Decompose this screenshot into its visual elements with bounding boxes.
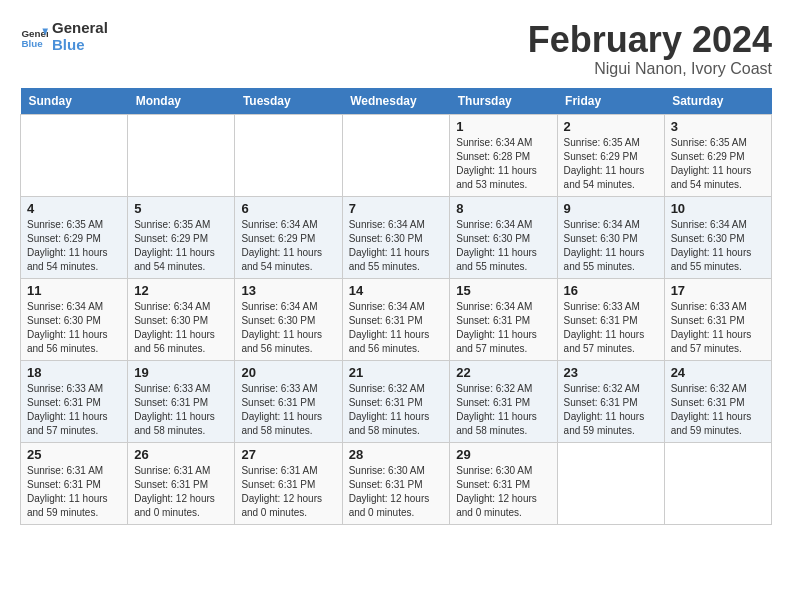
calendar-subtitle: Nigui Nanon, Ivory Coast [528,60,772,78]
calendar-week-row: 4Sunrise: 6:35 AM Sunset: 6:29 PM Daylig… [21,196,772,278]
day-detail: Sunrise: 6:30 AM Sunset: 6:31 PM Dayligh… [349,464,444,520]
day-number: 27 [241,447,335,462]
calendar-cell [664,442,771,524]
day-detail: Sunrise: 6:35 AM Sunset: 6:29 PM Dayligh… [27,218,121,274]
day-detail: Sunrise: 6:35 AM Sunset: 6:29 PM Dayligh… [671,136,765,192]
day-detail: Sunrise: 6:33 AM Sunset: 6:31 PM Dayligh… [564,300,658,356]
day-number: 10 [671,201,765,216]
calendar-cell: 25Sunrise: 6:31 AM Sunset: 6:31 PM Dayli… [21,442,128,524]
calendar-cell: 11Sunrise: 6:34 AM Sunset: 6:30 PM Dayli… [21,278,128,360]
calendar-cell: 17Sunrise: 6:33 AM Sunset: 6:31 PM Dayli… [664,278,771,360]
day-detail: Sunrise: 6:34 AM Sunset: 6:30 PM Dayligh… [456,218,550,274]
day-number: 12 [134,283,228,298]
logo-blue-text: Blue [52,37,108,54]
calendar-cell: 21Sunrise: 6:32 AM Sunset: 6:31 PM Dayli… [342,360,450,442]
day-detail: Sunrise: 6:32 AM Sunset: 6:31 PM Dayligh… [456,382,550,438]
logo-icon: General Blue [20,23,48,51]
day-number: 28 [349,447,444,462]
day-detail: Sunrise: 6:32 AM Sunset: 6:31 PM Dayligh… [564,382,658,438]
calendar-cell [557,442,664,524]
day-detail: Sunrise: 6:34 AM Sunset: 6:30 PM Dayligh… [134,300,228,356]
day-number: 8 [456,201,550,216]
day-detail: Sunrise: 6:34 AM Sunset: 6:30 PM Dayligh… [241,300,335,356]
day-number: 22 [456,365,550,380]
day-detail: Sunrise: 6:34 AM Sunset: 6:31 PM Dayligh… [349,300,444,356]
day-detail: Sunrise: 6:33 AM Sunset: 6:31 PM Dayligh… [241,382,335,438]
day-number: 13 [241,283,335,298]
calendar-cell: 18Sunrise: 6:33 AM Sunset: 6:31 PM Dayli… [21,360,128,442]
day-number: 23 [564,365,658,380]
day-number: 6 [241,201,335,216]
calendar-cell: 12Sunrise: 6:34 AM Sunset: 6:30 PM Dayli… [128,278,235,360]
header: General Blue General Blue February 2024 … [20,20,772,78]
calendar-cell: 28Sunrise: 6:30 AM Sunset: 6:31 PM Dayli… [342,442,450,524]
day-number: 4 [27,201,121,216]
calendar-cell: 7Sunrise: 6:34 AM Sunset: 6:30 PM Daylig… [342,196,450,278]
weekday-header-cell: Sunday [21,88,128,115]
day-number: 21 [349,365,444,380]
calendar-cell [235,114,342,196]
day-detail: Sunrise: 6:33 AM Sunset: 6:31 PM Dayligh… [27,382,121,438]
calendar-cell: 3Sunrise: 6:35 AM Sunset: 6:29 PM Daylig… [664,114,771,196]
weekday-header-cell: Monday [128,88,235,115]
calendar-cell: 27Sunrise: 6:31 AM Sunset: 6:31 PM Dayli… [235,442,342,524]
day-number: 5 [134,201,228,216]
day-number: 15 [456,283,550,298]
calendar-cell: 10Sunrise: 6:34 AM Sunset: 6:30 PM Dayli… [664,196,771,278]
day-detail: Sunrise: 6:31 AM Sunset: 6:31 PM Dayligh… [241,464,335,520]
calendar-cell: 24Sunrise: 6:32 AM Sunset: 6:31 PM Dayli… [664,360,771,442]
calendar-cell: 23Sunrise: 6:32 AM Sunset: 6:31 PM Dayli… [557,360,664,442]
calendar-cell: 9Sunrise: 6:34 AM Sunset: 6:30 PM Daylig… [557,196,664,278]
day-detail: Sunrise: 6:34 AM Sunset: 6:29 PM Dayligh… [241,218,335,274]
calendar-cell: 6Sunrise: 6:34 AM Sunset: 6:29 PM Daylig… [235,196,342,278]
day-detail: Sunrise: 6:30 AM Sunset: 6:31 PM Dayligh… [456,464,550,520]
calendar-cell: 13Sunrise: 6:34 AM Sunset: 6:30 PM Dayli… [235,278,342,360]
calendar-body: 1Sunrise: 6:34 AM Sunset: 6:28 PM Daylig… [21,114,772,524]
svg-text:Blue: Blue [21,37,43,48]
calendar-cell: 5Sunrise: 6:35 AM Sunset: 6:29 PM Daylig… [128,196,235,278]
day-number: 18 [27,365,121,380]
calendar-cell: 15Sunrise: 6:34 AM Sunset: 6:31 PM Dayli… [450,278,557,360]
day-number: 2 [564,119,658,134]
calendar-week-row: 18Sunrise: 6:33 AM Sunset: 6:31 PM Dayli… [21,360,772,442]
day-number: 26 [134,447,228,462]
day-detail: Sunrise: 6:34 AM Sunset: 6:30 PM Dayligh… [27,300,121,356]
logo: General Blue General Blue [20,20,108,53]
day-detail: Sunrise: 6:34 AM Sunset: 6:28 PM Dayligh… [456,136,550,192]
weekday-header-cell: Tuesday [235,88,342,115]
day-number: 1 [456,119,550,134]
calendar-cell: 1Sunrise: 6:34 AM Sunset: 6:28 PM Daylig… [450,114,557,196]
day-number: 16 [564,283,658,298]
calendar-cell [342,114,450,196]
day-number: 24 [671,365,765,380]
calendar-cell [21,114,128,196]
day-detail: Sunrise: 6:35 AM Sunset: 6:29 PM Dayligh… [134,218,228,274]
calendar-week-row: 11Sunrise: 6:34 AM Sunset: 6:30 PM Dayli… [21,278,772,360]
calendar-cell: 2Sunrise: 6:35 AM Sunset: 6:29 PM Daylig… [557,114,664,196]
calendar-cell: 19Sunrise: 6:33 AM Sunset: 6:31 PM Dayli… [128,360,235,442]
day-detail: Sunrise: 6:34 AM Sunset: 6:31 PM Dayligh… [456,300,550,356]
day-detail: Sunrise: 6:35 AM Sunset: 6:29 PM Dayligh… [564,136,658,192]
day-detail: Sunrise: 6:34 AM Sunset: 6:30 PM Dayligh… [349,218,444,274]
day-number: 7 [349,201,444,216]
calendar-cell: 16Sunrise: 6:33 AM Sunset: 6:31 PM Dayli… [557,278,664,360]
day-number: 29 [456,447,550,462]
calendar-week-row: 1Sunrise: 6:34 AM Sunset: 6:28 PM Daylig… [21,114,772,196]
title-area: February 2024 Nigui Nanon, Ivory Coast [528,20,772,78]
calendar-cell: 20Sunrise: 6:33 AM Sunset: 6:31 PM Dayli… [235,360,342,442]
day-number: 3 [671,119,765,134]
calendar-cell: 8Sunrise: 6:34 AM Sunset: 6:30 PM Daylig… [450,196,557,278]
day-detail: Sunrise: 6:32 AM Sunset: 6:31 PM Dayligh… [671,382,765,438]
weekday-header-cell: Thursday [450,88,557,115]
day-number: 9 [564,201,658,216]
calendar-week-row: 25Sunrise: 6:31 AM Sunset: 6:31 PM Dayli… [21,442,772,524]
calendar-cell: 4Sunrise: 6:35 AM Sunset: 6:29 PM Daylig… [21,196,128,278]
calendar-cell [128,114,235,196]
day-detail: Sunrise: 6:32 AM Sunset: 6:31 PM Dayligh… [349,382,444,438]
day-detail: Sunrise: 6:33 AM Sunset: 6:31 PM Dayligh… [134,382,228,438]
day-number: 17 [671,283,765,298]
day-detail: Sunrise: 6:33 AM Sunset: 6:31 PM Dayligh… [671,300,765,356]
day-detail: Sunrise: 6:31 AM Sunset: 6:31 PM Dayligh… [134,464,228,520]
day-detail: Sunrise: 6:34 AM Sunset: 6:30 PM Dayligh… [564,218,658,274]
calendar-cell: 29Sunrise: 6:30 AM Sunset: 6:31 PM Dayli… [450,442,557,524]
